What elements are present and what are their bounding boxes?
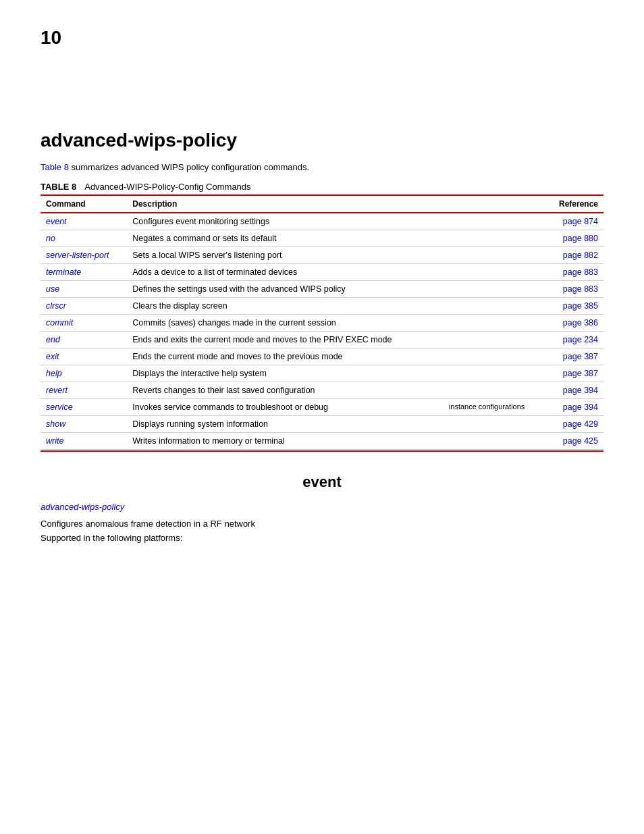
extra-cell [444,433,545,450]
desc-cell: Commits (saves) changes made in the curr… [127,315,444,332]
desc-cell: Clears the display screen [127,298,444,315]
ref-cell[interactable]: page 883 [545,281,603,298]
extra-cell [444,264,545,281]
table-row: writeWrites information to memory or ter… [41,433,603,450]
cmd-cell[interactable]: terminate [41,264,127,281]
ref-cell[interactable]: page 874 [545,213,603,230]
subsection-desc2: Supported in the following platforms: [41,533,603,543]
col-header-command: Command [41,195,127,213]
ref-cell[interactable]: page 394 [545,382,603,399]
table-number: TABLE 8 [41,182,76,192]
ref-cell[interactable]: page 387 [545,348,603,365]
table-caption: Advanced-WIPS-Policy-Config Commands [84,182,250,192]
table8-link[interactable]: Table 8 [41,162,69,172]
table-row: commitCommits (saves) changes made in th… [41,315,603,332]
section-title: advanced-wips-policy [41,130,603,151]
col-header-extra [444,195,545,213]
desc-cell: Displays running system information [127,416,444,433]
desc-cell: Configures event monitoring settings [127,213,444,230]
cmd-cell[interactable]: clrscr [41,298,127,315]
table-row: terminateAdds a device to a list of term… [41,264,603,281]
extra-cell [444,230,545,247]
desc-cell: Reverts changes to their last saved conf… [127,382,444,399]
ref-cell[interactable]: page 883 [545,264,603,281]
desc-cell: Adds a device to a list of terminated de… [127,264,444,281]
cmd-cell[interactable]: event [41,213,127,230]
desc-cell: Ends and exits the current mode and move… [127,332,444,348]
subsection-title: event [41,473,603,491]
table-row: noNegates a command or sets its defaultp… [41,230,603,247]
subsection-desc1: Configures anomalous frame detection in … [41,519,603,529]
cmd-cell[interactable]: help [41,365,127,382]
cmd-cell[interactable]: show [41,416,127,433]
cmd-cell[interactable]: commit [41,315,127,332]
cmd-cell[interactable]: revert [41,382,127,399]
ref-cell[interactable]: page 882 [545,247,603,264]
table-row: clrscrClears the display screenpage 385 [41,298,603,315]
desc-cell: Displays the interactive help system [127,365,444,382]
intro-paragraph: Table 8 summarizes advanced WIPS policy … [41,162,603,172]
table-row: endEnds and exits the current mode and m… [41,332,603,348]
table-row: helpDisplays the interactive help system… [41,365,603,382]
ref-cell[interactable]: page 429 [545,416,603,433]
desc-cell: Invokes service commands to troubleshoot… [127,399,444,416]
commands-table: Command Description Reference eventConfi… [41,194,603,452]
table-label: TABLE 8 Advanced-WIPS-Policy-Config Comm… [41,182,603,192]
table-row: server-listen-portSets a local WIPS serv… [41,247,603,264]
cmd-cell[interactable]: write [41,433,127,450]
table-row: exitEnds the current mode and moves to t… [41,348,603,365]
desc-cell: Defines the settings used with the advan… [127,281,444,298]
extra-cell [444,247,545,264]
ref-cell[interactable]: page 386 [545,315,603,332]
ref-cell[interactable]: page 425 [545,433,603,450]
subsection-link[interactable]: advanced-wips-policy [41,502,603,512]
extra-cell [444,416,545,433]
ref-cell[interactable]: page 234 [545,332,603,348]
page-number: 10 [41,27,603,49]
desc-cell: Sets a local WIPS server's listening por… [127,247,444,264]
subsection-body: Configures anomalous frame detection in … [41,519,603,543]
col-header-reference: Reference [545,195,603,213]
extra-cell [444,213,545,230]
cmd-cell[interactable]: exit [41,348,127,365]
table-row: useDefines the settings used with the ad… [41,281,603,298]
cmd-cell[interactable]: end [41,332,127,348]
extra-cell [444,298,545,315]
ref-cell[interactable]: page 387 [545,365,603,382]
extra-cell [444,348,545,365]
cmd-cell[interactable]: service [41,399,127,416]
cmd-cell[interactable]: no [41,230,127,247]
extra-cell [444,382,545,399]
col-header-description: Description [127,195,444,213]
extra-cell [444,332,545,348]
ref-cell[interactable]: page 880 [545,230,603,247]
ref-cell[interactable]: page 385 [545,298,603,315]
table-row: eventConfigures event monitoring setting… [41,213,603,230]
extra-cell [444,365,545,382]
ref-cell[interactable]: page 394 [545,399,603,416]
table-row: revertReverts changes to their last save… [41,382,603,399]
desc-cell: Negates a command or sets its default [127,230,444,247]
desc-cell: Writes information to memory or terminal [127,433,444,450]
extra-cell: instance configurations [444,399,545,416]
table-row: showDisplays running system informationp… [41,416,603,433]
cmd-cell[interactable]: use [41,281,127,298]
table-row: serviceInvokes service commands to troub… [41,399,603,416]
cmd-cell[interactable]: server-listen-port [41,247,127,264]
desc-cell: Ends the current mode and moves to the p… [127,348,444,365]
extra-cell [444,281,545,298]
extra-cell [444,315,545,332]
